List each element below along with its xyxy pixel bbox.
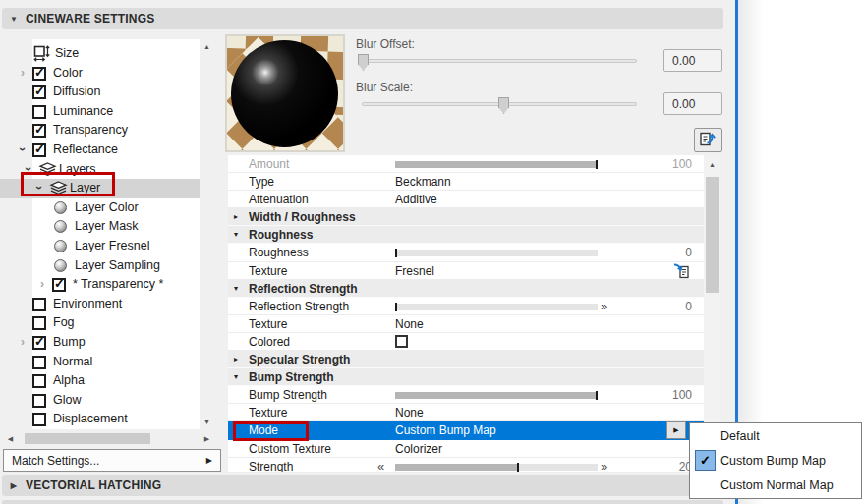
- tree-checkbox[interactable]: [32, 298, 46, 311]
- tree-checkbox[interactable]: [32, 374, 46, 388]
- table-group-roughness[interactable]: ▾Roughness: [228, 226, 704, 244]
- scroll-left-icon[interactable]: ◀: [3, 431, 18, 446]
- tree-item-layer-fresnel[interactable]: Layer Fresnel: [0, 237, 200, 256]
- table-row-roughness[interactable]: Roughness0: [228, 244, 704, 261]
- tree-checkbox[interactable]: [32, 105, 46, 119]
- group-expand-icon[interactable]: ▸: [234, 355, 238, 364]
- property-numeric-value[interactable]: 0: [685, 246, 692, 259]
- scrollbar-thumb[interactable]: [706, 177, 719, 293]
- tree-item-layers[interactable]: ›Layers: [0, 160, 200, 180]
- vectorial-hatching-header[interactable]: ▶ VECTORIAL HATCHING: [2, 475, 723, 496]
- tree-item-layer[interactable]: ›Layer: [0, 179, 200, 198]
- tree-checkbox[interactable]: ✓: [32, 85, 46, 99]
- scrollbar-thumb[interactable]: [25, 433, 150, 444]
- property-numeric-value[interactable]: 100: [672, 157, 692, 171]
- tree-item-layer-color[interactable]: Layer Color: [0, 198, 200, 218]
- menu-item-custom-bump-map[interactable]: ✓Custom Bump Map: [690, 448, 861, 473]
- tree-checkbox[interactable]: ✓: [32, 124, 46, 138]
- tree-vertical-scrollbar[interactable]: ▲ ▼: [200, 39, 214, 429]
- property-value[interactable]: Colorizer: [395, 442, 442, 456]
- tree-checkbox[interactable]: [32, 356, 46, 369]
- property-slider[interactable]: [395, 304, 598, 310]
- tree-item-color[interactable]: ›✓Color: [0, 64, 200, 84]
- table-row-mode[interactable]: ModeCustom Bump Map▶: [228, 421, 704, 439]
- tree-item-displacement[interactable]: Displacement: [0, 410, 200, 429]
- tree-item-environment[interactable]: Environment: [0, 295, 200, 314]
- tree-item-alpha[interactable]: Alpha: [0, 371, 200, 391]
- table-row-texture[interactable]: TextureNone: [228, 404, 704, 421]
- table-group-bump-strength[interactable]: ▾Bump Strength: [228, 368, 704, 386]
- slider-handle[interactable]: [517, 463, 519, 472]
- tree-item-luminance[interactable]: Luminance: [0, 102, 200, 122]
- property-slider[interactable]: [395, 464, 598, 471]
- tree-item-size[interactable]: Size: [0, 44, 200, 64]
- group-collapse-icon[interactable]: ▾: [234, 284, 238, 293]
- table-row-custom-texture[interactable]: Custom TextureColorizer: [228, 440, 704, 458]
- property-numeric-value[interactable]: 0: [685, 300, 692, 313]
- tree-item-bump[interactable]: ›✓Bump: [0, 333, 200, 353]
- transfer-settings-button[interactable]: [694, 128, 722, 152]
- property-value[interactable]: None: [395, 317, 424, 331]
- property-value[interactable]: Additive: [395, 193, 437, 206]
- tree-checkbox[interactable]: [32, 394, 46, 408]
- tree-item-transparency[interactable]: ✓Transparency: [0, 121, 200, 140]
- collapse-chevron-icon[interactable]: ›: [15, 143, 30, 155]
- tree-item-transparency[interactable]: ›✓* Transparency *: [0, 275, 200, 295]
- table-row-reflection-strength[interactable]: Reflection Strength»0: [228, 298, 704, 315]
- table-row-colored[interactable]: Colored: [228, 333, 704, 351]
- group-expand-icon[interactable]: ▸: [234, 212, 238, 221]
- tree-horizontal-scrollbar[interactable]: ◀ ▶: [3, 431, 214, 446]
- group-collapse-icon[interactable]: ▾: [234, 230, 238, 239]
- slider-handle[interactable]: [596, 391, 598, 400]
- property-slider[interactable]: [395, 161, 598, 168]
- group-collapse-icon[interactable]: ▾: [234, 372, 238, 381]
- tree-checkbox[interactable]: [32, 413, 46, 426]
- tree-checkbox[interactable]: ✓: [32, 336, 46, 350]
- slider-handle[interactable]: [596, 160, 598, 169]
- blur-offset-value-field[interactable]: [663, 49, 722, 72]
- table-group-reflection-strength[interactable]: ▾Reflection Strength: [228, 280, 704, 298]
- scroll-right-icon[interactable]: ▶: [200, 431, 214, 446]
- property-numeric-value[interactable]: 100: [672, 388, 692, 402]
- property-slider[interactable]: [395, 250, 598, 256]
- tree-item-diffusion[interactable]: ✓Diffusion: [0, 83, 200, 102]
- tree-item-normal[interactable]: Normal: [0, 353, 200, 372]
- tree-item-fog[interactable]: Fog: [0, 313, 200, 333]
- slider-handle[interactable]: [395, 249, 397, 257]
- property-value[interactable]: Fresnel: [395, 264, 434, 278]
- tree-item-reflectance[interactable]: ›✓Reflectance: [0, 140, 200, 160]
- table-row-attenuation[interactable]: AttenuationAdditive: [228, 191, 704, 208]
- tree-checkbox[interactable]: ✓: [52, 278, 66, 292]
- expand-chevron-icon[interactable]: ›: [36, 276, 48, 292]
- menu-item-custom-normal-map[interactable]: Custom Normal Map: [690, 474, 861, 498]
- table-row-texture[interactable]: TextureFresnel: [228, 262, 704, 280]
- property-value[interactable]: Beckmann: [395, 175, 451, 189]
- collapse-chevron-icon[interactable]: ›: [21, 163, 36, 175]
- match-settings-button[interactable]: Match Settings... ▶: [3, 449, 221, 472]
- collapse-chevron-icon[interactable]: ›: [31, 182, 47, 194]
- scroll-up-icon[interactable]: ▲: [200, 39, 214, 54]
- expand-chevron-icon[interactable]: ›: [17, 334, 29, 350]
- table-group-width-roughness[interactable]: ▸Width / Roughness: [228, 208, 704, 226]
- tree-checkbox[interactable]: ✓: [32, 143, 46, 157]
- tree-checkbox[interactable]: [32, 316, 46, 330]
- scroll-down-icon[interactable]: ▼: [200, 415, 214, 429]
- blur-offset-slider-track[interactable]: [362, 59, 637, 63]
- table-group-specular-strength[interactable]: ▸Specular Strength: [228, 351, 704, 368]
- tree-checkbox[interactable]: ✓: [32, 67, 46, 81]
- tree-item-layer-mask[interactable]: Layer Mask: [0, 217, 200, 237]
- menu-item-default[interactable]: Default: [690, 423, 861, 448]
- scroll-up-icon[interactable]: ▲: [704, 157, 720, 172]
- slider-handle[interactable]: [395, 303, 397, 311]
- mode-dropdown-button[interactable]: ▶: [666, 421, 686, 439]
- property-checkbox[interactable]: [395, 335, 408, 348]
- blur-scale-value-field[interactable]: [663, 92, 722, 115]
- table-row-strength[interactable]: Strength«»20: [228, 458, 704, 472]
- expand-chevron-icon[interactable]: ›: [17, 65, 29, 81]
- property-value[interactable]: Custom Bump Map: [395, 423, 496, 437]
- table-row-amount[interactable]: Amount100: [228, 155, 704, 173]
- property-slider[interactable]: [395, 392, 598, 399]
- table-row-texture[interactable]: TextureNone: [228, 315, 704, 333]
- table-row-bump-strength[interactable]: Bump Strength100: [228, 386, 704, 404]
- table-row-type[interactable]: TypeBeckmann: [228, 173, 704, 191]
